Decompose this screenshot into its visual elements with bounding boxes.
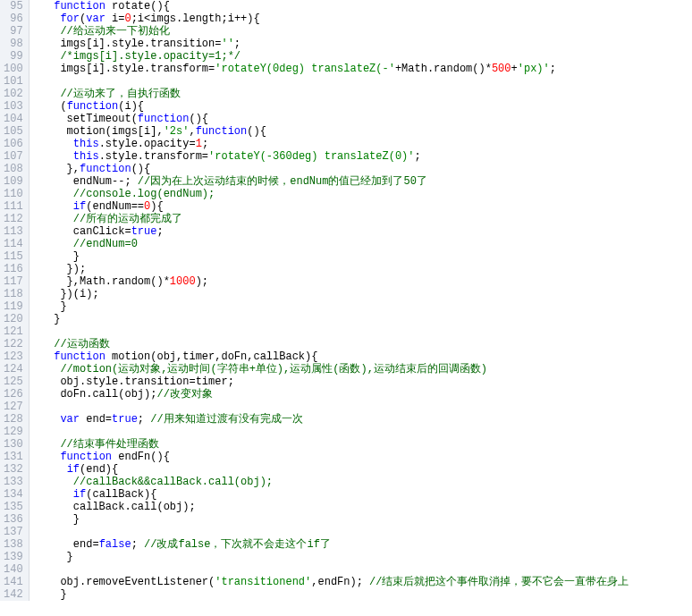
line-number: 137 [4,526,23,538]
token-com: //改成false，下次就不会走这个if了 [144,538,331,551]
token-com: //用来知道过渡有没有完成一次 [150,413,302,426]
token-str: '2s' [164,125,190,138]
code-line[interactable] [35,426,692,438]
token-num: 1 [196,138,202,150]
token-str: 'rotateY(0deg) translateZ(-' [215,63,395,75]
line-number: 96 [4,13,23,25]
token-plain: end= [35,538,99,551]
code-line[interactable]: function motion(obj,timer,doFn,callBack)… [35,350,692,363]
code-line[interactable]: })(i); [35,288,692,300]
token-com: //motion(运动对象,运动时间(字符串+单位),运动属性(函数),运动结束… [60,363,487,376]
code-line[interactable]: //给运动来一下初始化 [35,25,692,38]
code-line[interactable]: obj.style.transition=timer; [35,376,692,388]
token-bool: true [112,413,138,426]
token-plain [35,50,61,63]
code-line[interactable]: for(var i=0;i<imgs.length;i++){ [35,13,692,25]
code-line[interactable]: var end=true; //用来知道过渡有没有完成一次 [35,413,692,426]
token-str: '' [221,38,233,50]
line-number: 122 [4,338,23,350]
line-number: 102 [4,88,23,100]
token-com: /*imgs[i].style.opacity=1;*/ [60,50,241,63]
token-plain: ( [35,100,67,113]
line-number: 130 [4,438,23,451]
token-com: //console.log(endNum); [73,188,215,200]
code-line[interactable]: //console.log(endNum); [35,188,692,200]
code-line[interactable]: } [35,513,692,526]
token-bool: true [131,225,157,238]
code-line[interactable]: //所有的运动都完成了 [35,213,692,225]
line-number: 112 [4,213,23,225]
code-line[interactable]: } [35,313,692,325]
code-line[interactable]: this.style.opacity=1; [35,138,692,150]
token-num: 500 [492,63,511,75]
code-line[interactable]: } [35,551,692,563]
line-number: 113 [4,225,23,238]
token-plain: setTimeout( [35,113,138,125]
token-str: 'px)' [518,63,550,75]
token-kw: if [73,200,86,213]
code-line[interactable]: imgs[i].style.transition=''; [35,38,692,50]
token-plain: motion(obj,timer,doFn,callBack){ [105,350,318,363]
code-line[interactable]: //callBack&&callBack.call(obj); [35,476,692,488]
code-line[interactable]: //运动来了，自执行函数 [35,88,692,100]
code-line[interactable]: function rotate(){ [35,0,692,13]
code-line[interactable]: imgs[i].style.transform='rotateY(0deg) t… [35,63,692,75]
code-line[interactable]: },Math.random()*1000); [35,275,692,288]
code-line[interactable] [35,325,692,338]
code-editor-area[interactable]: function rotate(){ for(var i=0;i<imgs.le… [30,0,692,601]
code-line[interactable]: function endFn(){ [35,451,692,463]
code-line[interactable] [35,563,692,576]
code-line[interactable]: motion(imgs[i],'2s',function(){ [35,125,692,138]
token-plain: end= [80,413,112,426]
code-line[interactable]: }); [35,263,692,275]
code-line[interactable]: obj.removeEventListener('transitionend',… [35,576,692,588]
code-line[interactable]: } [35,250,692,263]
code-line[interactable]: callBack.call(obj); [35,501,692,513]
token-plain [35,338,55,350]
code-line[interactable]: } [35,300,692,313]
code-line[interactable] [35,526,692,538]
code-line[interactable] [35,401,692,413]
token-kw: function [60,451,112,463]
line-number: 132 [4,463,23,476]
token-plain [35,138,73,150]
token-plain: (i){ [118,100,144,113]
line-number: 128 [4,413,23,426]
code-line[interactable]: /*imgs[i].style.opacity=1;*/ [35,50,692,63]
line-number: 98 [4,38,23,50]
code-line[interactable]: this.style.transform='rotateY(-360deg) t… [35,150,692,163]
token-plain [35,413,61,426]
line-number: 100 [4,63,23,75]
token-str: 'rotateY(-360deg) translateZ(0)' [208,150,414,163]
token-kw: for [60,13,80,25]
line-number: 114 [4,238,23,250]
code-line[interactable]: if(endNum==0){ [35,200,692,213]
token-plain: ,endFn); [311,576,369,588]
token-plain [35,88,61,100]
code-line[interactable]: if(callBack){ [35,488,692,501]
token-plain: .style.transform= [99,150,208,163]
line-number: 95 [4,0,23,13]
code-line[interactable] [35,75,692,88]
code-line[interactable]: //结束事件处理函数 [35,438,692,451]
token-plain: } [35,300,67,313]
code-line[interactable]: //motion(运动对象,运动时间(字符串+单位),运动属性(函数),运动结束… [35,363,692,376]
line-number: 109 [4,175,23,188]
code-line[interactable]: endNum--; //因为在上次运动结束的时候，endNum的值已经加到了50… [35,175,692,188]
code-line[interactable]: } [35,588,692,601]
code-line[interactable]: if(end){ [35,463,692,476]
token-plain: })(i); [35,288,99,300]
line-number: 103 [4,100,23,113]
code-line[interactable]: //endNum=0 [35,238,692,250]
code-line[interactable]: },function(){ [35,163,692,175]
token-plain: endNum--; [35,175,138,188]
token-kw: var [60,413,80,426]
code-line[interactable]: end=false; //改成false，下次就不会走这个if了 [35,538,692,551]
token-plain [35,451,61,463]
code-line[interactable]: canClick=true; [35,225,692,238]
code-line[interactable]: (function(i){ [35,100,692,113]
code-line[interactable]: setTimeout(function(){ [35,113,692,125]
token-plain: ; [131,538,144,551]
code-line[interactable]: doFn.call(obj);//改变对象 [35,388,692,401]
code-line[interactable]: //运动函数 [35,338,692,350]
